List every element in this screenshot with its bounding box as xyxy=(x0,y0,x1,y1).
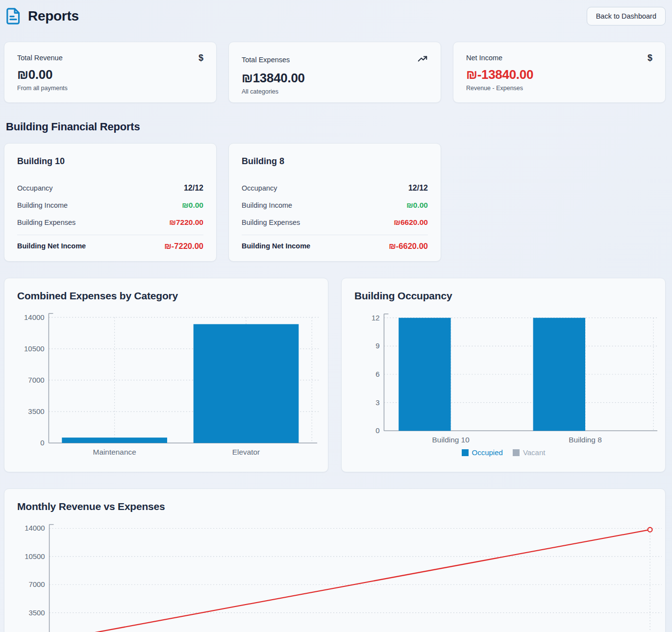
divider xyxy=(242,235,428,235)
bar-occupied-1 xyxy=(533,318,585,431)
chart-title: Monthly Revenue vs Expenses xyxy=(17,501,165,512)
header-title-group: Reports xyxy=(6,8,79,24)
row-value: ₪-7220.00 xyxy=(164,242,203,251)
page-title: Reports xyxy=(28,8,79,24)
svg-text:10500: 10500 xyxy=(24,345,44,353)
building-card-building-10: Building 10 Occupancy 12/12 Building Inc… xyxy=(4,143,217,262)
net-income-row: Building Net Income ₪-6620.00 xyxy=(242,237,428,255)
svg-text:14000: 14000 xyxy=(24,314,44,321)
svg-text:14000: 14000 xyxy=(25,524,45,533)
dollar-icon: $ xyxy=(199,53,203,62)
total-revenue-card: Total Revenue $ ₪0.00 From all payments xyxy=(4,42,217,103)
total-expenses-card: Total Expenses ₪13840.00 All categories xyxy=(228,42,441,103)
chart-title: Combined Expenses by Category xyxy=(17,290,178,302)
stat-value: ₪-13840.00 xyxy=(466,67,652,82)
stat-subtext: All categories xyxy=(242,88,428,95)
expenses-line xyxy=(50,530,650,632)
svg-text:Elevator: Elevator xyxy=(232,448,260,456)
occupancy-row: Occupancy 12/12 xyxy=(17,179,203,196)
stat-value: ₪0.00 xyxy=(17,67,203,82)
empty-grid-cell xyxy=(453,143,666,262)
chart-title: Building Occupancy xyxy=(354,290,452,302)
svg-text:3500: 3500 xyxy=(28,608,45,617)
charts-row: Combined Expenses by Category 0350070001… xyxy=(4,278,666,472)
row-label: Building Income xyxy=(17,201,68,209)
svg-text:0: 0 xyxy=(375,427,379,435)
expenses-row: Building Expenses ₪7220.00 xyxy=(17,214,203,231)
stat-cards-row: Total Revenue $ ₪0.00 From all payments … xyxy=(4,42,666,103)
dollar-icon: $ xyxy=(647,53,652,62)
legend-label: Vacant xyxy=(523,448,546,457)
income-row: Building Income ₪0.00 xyxy=(242,196,428,214)
row-label: Occupancy xyxy=(17,184,53,192)
row-value: ₪0.00 xyxy=(182,201,203,210)
legend-label: Occupied xyxy=(472,448,503,457)
stat-label: Total Expenses xyxy=(242,56,290,64)
income-row: Building Income ₪0.00 xyxy=(17,196,203,214)
reports-page: Reports Back to Dashboard Total Revenue … xyxy=(0,0,672,632)
svg-text:6: 6 xyxy=(375,370,379,378)
building-name: Building 10 xyxy=(17,156,203,167)
expenses-by-category-chart-card: Combined Expenses by Category 0350070001… xyxy=(4,278,328,472)
svg-text:9: 9 xyxy=(375,342,379,350)
line-endpoint-marker xyxy=(648,528,652,532)
row-value: ₪-6620.00 xyxy=(389,242,428,251)
svg-text:7000: 7000 xyxy=(28,580,45,588)
row-label: Building Income xyxy=(242,201,292,209)
svg-text:7000: 7000 xyxy=(28,376,44,384)
row-value: 12/12 xyxy=(184,184,203,193)
building-cards-row: Building 10 Occupancy 12/12 Building Inc… xyxy=(4,143,666,262)
monthly-revenue-expenses-chart-card: Monthly Revenue vs Expenses 035007000105… xyxy=(4,488,666,632)
occupied-swatch xyxy=(462,449,469,456)
svg-text:Building 10: Building 10 xyxy=(432,436,470,444)
row-value: ₪6620.00 xyxy=(394,218,428,227)
vacant-swatch xyxy=(513,449,520,456)
occupancy-bar-chart: 036912Building 10Building 8 xyxy=(342,278,665,472)
svg-text:3500: 3500 xyxy=(28,408,44,415)
page-header: Reports Back to Dashboard xyxy=(4,5,666,27)
stat-label: Total Revenue xyxy=(17,54,63,62)
row-value: 12/12 xyxy=(408,184,428,193)
back-to-dashboard-button[interactable]: Back to Dashboard xyxy=(587,7,666,25)
net-income-row: Building Net Income ₪-7220.00 xyxy=(17,237,203,255)
legend-item-occupied: Occupied xyxy=(462,448,503,457)
row-value: ₪0.00 xyxy=(406,201,428,210)
trending-up-icon xyxy=(417,53,428,66)
row-label: Building Net Income xyxy=(17,242,86,250)
row-label: Building Expenses xyxy=(242,219,300,226)
legend-item-vacant: Vacant xyxy=(513,448,546,457)
svg-text:Building 8: Building 8 xyxy=(569,436,602,444)
svg-text:3: 3 xyxy=(375,399,379,407)
svg-text:Maintenance: Maintenance xyxy=(93,448,136,456)
report-document-icon xyxy=(6,8,21,24)
divider xyxy=(17,235,203,235)
stat-label: Net Income xyxy=(466,54,502,62)
building-card-building-8: Building 8 Occupancy 12/12 Building Inco… xyxy=(228,143,441,262)
svg-text:10500: 10500 xyxy=(25,552,45,560)
occupancy-row: Occupancy 12/12 xyxy=(242,179,428,196)
bar-occupied-0 xyxy=(398,318,450,431)
building-occupancy-chart-card: Building Occupancy 036912Building 10Buil… xyxy=(341,278,666,472)
row-label: Building Expenses xyxy=(17,219,75,226)
stat-subtext: From all payments xyxy=(17,85,203,92)
net-income-card: Net Income $ ₪-13840.00 Revenue - Expens… xyxy=(453,42,666,103)
stat-subtext: Revenue - Expenses xyxy=(466,85,652,92)
row-label: Occupancy xyxy=(242,184,277,192)
stat-value: ₪13840.00 xyxy=(242,71,428,86)
expenses-row: Building Expenses ₪6620.00 xyxy=(242,214,428,231)
bar-elevator xyxy=(194,324,299,443)
building-name: Building 8 xyxy=(242,156,428,167)
bar-maintenance xyxy=(62,438,167,443)
svg-text:12: 12 xyxy=(372,314,380,322)
row-label: Building Net Income xyxy=(242,242,310,250)
chart-legend: Occupied Vacant xyxy=(342,448,665,457)
row-value: ₪7220.00 xyxy=(169,218,203,227)
section-title: Building Financial Reports xyxy=(6,121,666,133)
svg-text:0: 0 xyxy=(40,439,44,447)
expenses-bar-chart: 0350070001050014000MaintenanceElevator xyxy=(4,278,328,472)
